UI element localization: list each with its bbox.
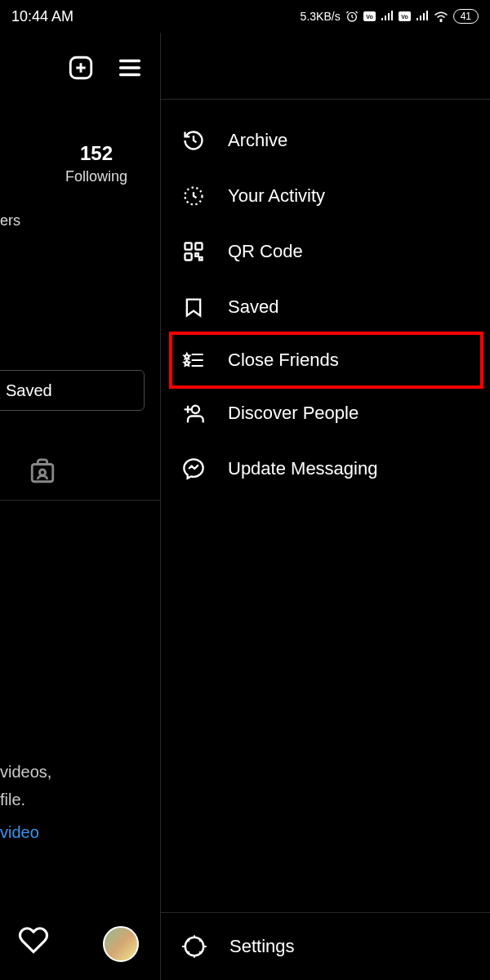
drawer-header-space <box>161 33 490 100</box>
activity-icon <box>182 185 205 207</box>
close-friends-icon <box>182 349 205 372</box>
menu-label: QR Code <box>228 241 303 262</box>
svg-point-5 <box>440 20 442 22</box>
volte-icon-2: Vo <box>399 11 411 21</box>
alarm-icon <box>345 10 359 23</box>
archive-icon <box>182 129 205 152</box>
bookmark-icon <box>182 296 205 318</box>
saved-tab-button[interactable]: Saved <box>0 370 145 411</box>
data-rate: 5.3KB/s <box>301 10 341 23</box>
following-label: Following <box>33 168 160 185</box>
profile-background: ers 152 Following Saved videos, file. vi… <box>0 33 161 980</box>
menu-label: Close Friends <box>228 350 339 371</box>
menu-label: Discover People <box>228 403 359 424</box>
settings-drawer: Archive Your Activity QR Code Saved Clos… <box>161 33 490 980</box>
svg-rect-11 <box>195 243 202 250</box>
status-time: 10:44 AM <box>11 8 74 25</box>
menu-item-discover-people[interactable]: Discover People <box>161 385 490 441</box>
svg-rect-13 <box>195 253 198 256</box>
status-right: 5.3KB/s Vo Vo 41 <box>301 9 479 24</box>
settings-gear-icon <box>182 934 207 959</box>
qr-code-icon <box>182 240 205 263</box>
following-count: 152 <box>33 142 160 165</box>
followers-label-partial[interactable]: ers <box>0 212 20 229</box>
menu-list: Archive Your Activity QR Code Saved Clos… <box>161 100 490 912</box>
menu-item-saved[interactable]: Saved <box>161 279 490 335</box>
following-stat[interactable]: 152 Following <box>33 142 160 185</box>
new-post-icon[interactable] <box>67 54 95 85</box>
svg-text:Vo: Vo <box>366 14 372 20</box>
svg-rect-14 <box>199 257 203 261</box>
signal-icon-2 <box>416 11 429 22</box>
hamburger-menu-icon[interactable] <box>116 54 144 85</box>
menu-label: Your Activity <box>228 185 325 207</box>
svg-point-17 <box>191 943 198 950</box>
messenger-icon <box>182 457 205 480</box>
menu-label: Archive <box>228 130 287 151</box>
promo-link[interactable]: video <box>0 823 39 842</box>
svg-rect-10 <box>185 243 192 250</box>
svg-rect-12 <box>185 253 192 260</box>
svg-text:Vo: Vo <box>401 14 408 20</box>
promo-text: videos, file. <box>0 758 51 813</box>
menu-item-close-friends[interactable]: Close Friends <box>169 332 483 389</box>
profile-avatar[interactable] <box>103 926 139 962</box>
tagged-posts-icon[interactable] <box>29 457 56 488</box>
activity-heart-icon[interactable] <box>18 924 49 959</box>
wifi-icon <box>434 11 448 22</box>
menu-item-qr-code[interactable]: QR Code <box>161 224 490 279</box>
svg-rect-7 <box>32 465 53 482</box>
signal-icon-1 <box>381 11 394 22</box>
battery-indicator: 41 <box>453 9 479 24</box>
menu-item-update-messaging[interactable]: Update Messaging <box>161 441 490 497</box>
discover-people-icon <box>182 402 205 425</box>
menu-label: Update Messaging <box>228 458 377 479</box>
svg-point-8 <box>39 470 45 475</box>
volte-icon-1: Vo <box>363 11 376 21</box>
menu-item-your-activity[interactable]: Your Activity <box>161 168 490 224</box>
divider <box>0 500 161 501</box>
menu-item-settings[interactable]: Settings <box>161 912 490 980</box>
menu-label: Settings <box>229 936 295 957</box>
svg-point-15 <box>192 406 199 413</box>
status-bar: 10:44 AM 5.3KB/s Vo Vo 41 <box>0 0 490 33</box>
menu-label: Saved <box>228 296 278 318</box>
menu-item-archive[interactable]: Archive <box>161 113 490 168</box>
